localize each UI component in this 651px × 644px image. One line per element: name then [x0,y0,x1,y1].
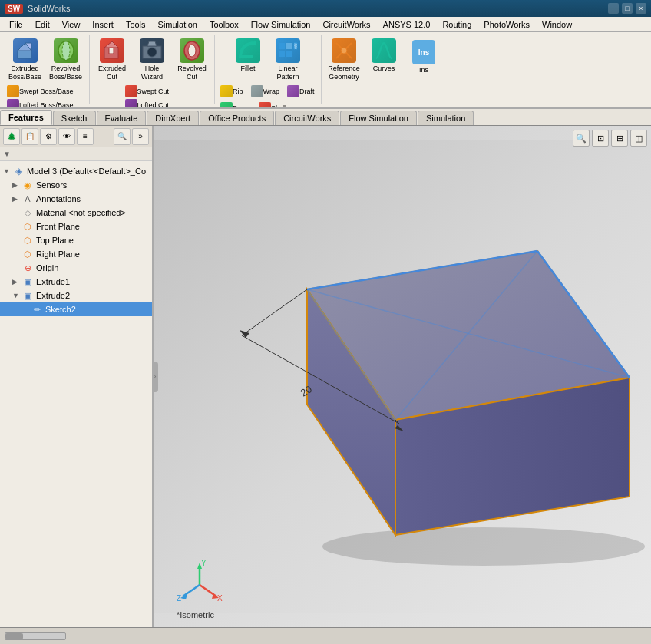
maximize-button[interactable]: □ [622,3,633,14]
menu-circuitworks[interactable]: CircuitWorks [316,19,376,30]
wrap-icon [251,85,263,97]
fillet-icon [236,38,260,63]
sensor-icon: ◉ [21,179,34,191]
view-label: *Isometric [177,610,214,619]
menu-insert[interactable]: Insert [86,19,120,30]
model-icon: ◈ [12,165,25,177]
extruded-cut-button[interactable]: ExtrudedCut [93,37,131,83]
viewport[interactable]: 20 Y X Z *Isometric 🔍 ⊡ [154,126,651,627]
tab-dimxpert[interactable]: DimXpert [147,111,199,125]
shell-icon [259,102,271,109]
hole-wizard-button[interactable]: HoleWizard [133,37,171,83]
search-button[interactable]: 🔍 [114,128,131,145]
svg-point-9 [147,48,157,57]
tree-item-origin[interactable]: ⊕ Origin [0,261,152,275]
tab-features[interactable]: Features [0,110,52,125]
annotations-label: Annotations [36,194,81,203]
view-orient-button[interactable]: ⊞ [611,130,628,147]
tree-item-front-plane[interactable]: ⬡ Front Plane [0,220,152,233]
menu-flow-simulation[interactable]: Flow Simulation [245,19,317,30]
menu-toolbox[interactable]: Toolbox [203,19,245,30]
revolved-cut-button[interactable]: RevolvedCut [173,37,211,83]
swept-boss-button[interactable]: Swept Boss/Base [5,84,86,98]
tab-flow-simulation[interactable]: Flow Simulation [340,111,417,125]
menu-routing[interactable]: Routing [436,19,478,30]
curves-icon [372,38,396,63]
lofted-cut-button[interactable]: Lofted Cut [123,98,182,109]
menu-file[interactable]: File [3,19,29,30]
sketch2-expand-icon [21,305,31,313]
menu-photoworks[interactable]: PhotoWorks [478,19,536,30]
extruded-boss-button[interactable]: ExtrudedBoss/Base [5,37,45,83]
swept-cut-button[interactable]: Swept Cut [123,84,182,98]
close-button[interactable]: × [636,3,646,14]
minimize-button[interactable]: _ [608,3,619,14]
tree-item-extrude1[interactable]: ▶ ▣ Extrude1 [0,275,152,289]
tree-item-extrude2[interactable]: ▼ ▣ Extrude2 [0,289,152,302]
svg-rect-6 [109,48,114,54]
svg-text:X: X [217,594,223,603]
shell-button[interactable]: Shell [256,101,289,109]
extruded-boss-label: ExtrudedBoss/Base [8,64,41,81]
revolved-boss-label: RevolvedBoss/Base [49,64,82,81]
tab-simulation[interactable]: Simulation [418,111,474,125]
config-manager-button[interactable]: ⚙ [40,128,57,145]
horizontal-scrollbar[interactable] [5,632,66,640]
left-toolbar: 🌲 📋 ⚙ 👁 ≡ 🔍 » [0,126,152,147]
menu-simulation[interactable]: Simulation [152,19,203,30]
fillet-label: Fillet [241,64,256,73]
svg-rect-13 [240,55,253,58]
section-view-button[interactable]: ◫ [630,130,647,147]
property-manager-button[interactable]: 📋 [21,128,38,145]
boss-base-group: ExtrudedBoss/Base RevolvedBoss/Base Swep… [2,35,90,104]
insert-button[interactable]: Ins Ins [409,38,438,76]
tree-root[interactable]: ▼ ◈ Model 3 (Default<<Default>_Co [0,164,152,178]
annotations-expand-icon: ▶ [12,195,21,203]
zoom-button[interactable]: 🔍 [573,130,590,147]
display-button[interactable]: 👁 [58,128,75,145]
tab-evaluate[interactable]: Evaluate [97,111,147,125]
tree-view-button[interactable]: 🌲 [3,128,20,145]
insert-label: Ins [419,66,428,74]
reference-geometry-button[interactable]: ReferenceGeometry [325,37,363,83]
tree-item-material[interactable]: ◇ Material <not specified> [0,206,152,220]
wrap-button[interactable]: Wrap [249,84,282,98]
svg-rect-18 [294,43,297,49]
rib-button[interactable]: Rib [218,84,246,98]
material-label: Material <not specified> [36,208,126,217]
tree-item-sensors[interactable]: ▶ ◉ Sensors [0,178,152,192]
more-button[interactable]: » [132,128,149,145]
extruded-boss-icon [13,38,38,63]
rib-icon [220,85,233,97]
layers-button[interactable]: ≡ [77,128,94,145]
tree-item-sketch2[interactable]: ✏ Sketch2 [0,302,152,316]
dome-icon [220,102,233,109]
svg-rect-0 [18,51,31,58]
rib-label: Rib [233,88,243,95]
menu-ansys[interactable]: ANSYS 12.0 [377,19,437,30]
draft-button[interactable]: Draft [285,84,317,98]
curves-button[interactable]: Curves [365,37,403,83]
tab-circuitworks[interactable]: CircuitWorks [275,111,339,125]
tree-item-annotations[interactable]: ▶ A Annotations [0,192,152,206]
swept-boss-icon [7,85,19,97]
linear-pattern-button[interactable]: LinearPattern [269,37,307,83]
tree-item-right-plane[interactable]: ⬡ Right Plane [0,247,152,261]
fillet-button[interactable]: Fillet [229,37,267,83]
menu-edit[interactable]: Edit [29,19,56,30]
menu-tools[interactable]: Tools [120,19,152,30]
top-plane-icon: ⬡ [21,234,34,246]
fit-button[interactable]: ⊡ [592,130,609,147]
tab-office-products[interactable]: Office Products [200,111,274,125]
svg-marker-7 [104,41,118,48]
dome-button[interactable]: Dome [218,101,253,109]
svg-marker-10 [147,41,157,46]
lofted-boss-button[interactable]: Lofted Boss/Base [5,98,86,109]
revolved-boss-button[interactable]: RevolvedBoss/Base [46,37,85,83]
collapse-handle[interactable]: › [152,362,158,392]
tree-item-top-plane[interactable]: ⬡ Top Plane [0,233,152,247]
menu-view[interactable]: View [56,19,87,30]
lofted-cut-icon [125,99,137,109]
tab-sketch[interactable]: Sketch [53,111,96,125]
menu-window[interactable]: Window [536,19,578,30]
